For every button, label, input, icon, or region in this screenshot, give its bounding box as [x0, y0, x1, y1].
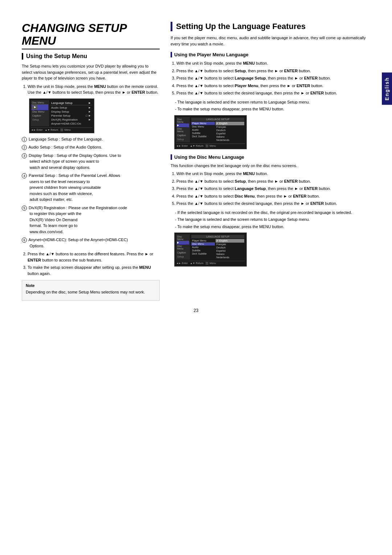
bullet-4: 4 Parental Setup : Setup of the Parental…: [22, 173, 160, 203]
note-text: Depending on the disc, some Setup Menu s…: [26, 289, 156, 295]
player-step-3: Press the ▲/▼ buttons to select Language…: [176, 75, 370, 81]
language-screenshot-2: Disc Menu ▶ Disc Menu Caption Setup LANG…: [174, 232, 247, 267]
setup-menu-screenshot: Disc Menu ▶ Disc Menu Caption Setup Lang…: [29, 98, 94, 133]
player-step-2: Press the ▲/▼ buttons to select Setup, t…: [176, 68, 370, 74]
main-title: CHANGING SETUP MENU: [22, 22, 160, 47]
bullet-6: 6 Anynet+(HDMI-CEC): Setup of the Anynet…: [22, 237, 160, 249]
setup-step-3: To make the setup screen disappear after…: [28, 264, 160, 276]
disc-step-5: Press the ▲/▼ buttons to select the desi…: [176, 200, 370, 207]
disc-step-4: Press the ▲/▼ buttons to select Disc Men…: [176, 193, 370, 199]
language-intro: If you set the player menu, disc menu, a…: [171, 35, 370, 47]
disc-step-3: Press the ▲/▼ buttons to select Language…: [176, 186, 370, 192]
bullet-2: 2 Audio Setup : Setup of the Audio Optio…: [22, 144, 160, 150]
disc-bullet-2: The language is selected and the screen …: [175, 216, 370, 223]
right-column: Setting Up the Language Features If you …: [171, 22, 370, 301]
player-menu-bullets: The language is selected and the screen …: [175, 99, 370, 112]
player-step-4: Press the ▲/▼ buttons to select Player M…: [176, 83, 370, 89]
setup-step-1: With the unit in Stop mode, press the ME…: [28, 84, 160, 96]
english-tab: English: [382, 73, 392, 105]
setup-intro: The Setup menu lets you customize your D…: [22, 63, 160, 81]
setup-steps-2: Press the ▲/▼ buttons to access the diff…: [28, 251, 160, 276]
note-title: Note: [26, 283, 156, 288]
left-column: CHANGING SETUP MENU Using the Setup Menu…: [22, 22, 160, 301]
disc-menu-bullets: If the selected language is not recorded…: [175, 210, 370, 230]
setup-menu-title: Using the Setup Menu: [22, 53, 160, 60]
disc-menu-intro: This function changes the text language …: [171, 163, 370, 169]
setup-step-2: Press the ▲/▼ buttons to access the diff…: [28, 251, 160, 263]
page-number: 23: [22, 308, 370, 313]
player-step-5: Press the ▲/▼ buttons to select the desi…: [176, 90, 370, 96]
player-menu-title: Using the Player Menu Language: [171, 52, 370, 57]
disc-menu-steps: With the unit in Stop mode, press the ME…: [176, 171, 370, 207]
bullet-1: 1 Language Setup : Setup of the Language…: [22, 136, 160, 142]
disc-step-1: With the unit in Stop mode, press the ME…: [176, 171, 370, 177]
player-menu-steps: With the unit in Stop mode, press the ME…: [176, 60, 370, 96]
disc-bullet-1: If the selected language is not recorded…: [175, 210, 370, 216]
disc-bullet-3: To make the setup menu disappear, press …: [175, 224, 370, 230]
page: English CHANGING SETUP MENU Using the Se…: [0, 0, 392, 555]
disc-menu-title: Using the Disc Menu Language: [171, 154, 370, 160]
language-features-title: Setting Up the Language Features: [171, 22, 370, 31]
bullet-3: 3 Display Setup : Setup of the Display O…: [22, 153, 160, 171]
player-step-1: With the unit in Stop mode, press the ME…: [176, 60, 370, 66]
language-screenshot-1: Disc Menu ▶ Disc Menu Caption Setup LANG…: [174, 115, 247, 149]
setup-steps-1: With the unit in Stop mode, press the ME…: [28, 84, 160, 96]
player-bullet-2: To make the setup menu disappear, press …: [175, 106, 370, 112]
note-box: Note Depending on the disc, some Setup M…: [22, 280, 160, 301]
player-bullet-1: The language is selected and the screen …: [175, 99, 370, 105]
bullet-5: 5 DivX(R) Registration : Please use the …: [22, 205, 160, 235]
disc-step-2: Press the ▲/▼ buttons to select Setup, t…: [176, 178, 370, 185]
